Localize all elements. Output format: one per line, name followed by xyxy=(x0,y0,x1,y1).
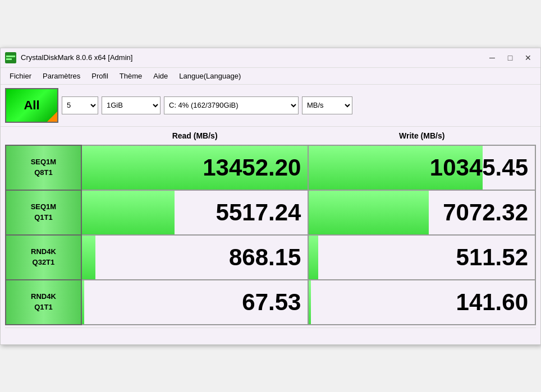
unit-select[interactable]: MB/s xyxy=(302,96,352,114)
read-value: 67.53 xyxy=(81,280,309,325)
status-bar xyxy=(5,328,536,340)
read-value: 13452.20 xyxy=(81,145,309,190)
app-icon xyxy=(5,52,16,63)
count-select[interactable]: 5 xyxy=(62,96,98,114)
title-bar: CrystalDiskMark 8.0.6 x64 [Admin] ─ □ ✕ xyxy=(1,48,540,68)
svg-rect-0 xyxy=(5,52,16,63)
read-value: 5517.24 xyxy=(81,190,309,235)
row-label: RND4KQ1T1 xyxy=(6,280,81,325)
row-label: SEQ1MQ8T1 xyxy=(6,145,81,190)
read-value: 868.15 xyxy=(81,235,309,280)
row-label: RND4KQ32T1 xyxy=(6,235,81,280)
menu-theme[interactable]: Thème xyxy=(114,70,148,82)
close-button[interactable]: ✕ xyxy=(520,52,536,64)
menu-aide[interactable]: Aide xyxy=(148,70,173,82)
svg-rect-1 xyxy=(6,56,15,57)
menu-bar: Fichier Paramètres Profil Thème Aide Lan… xyxy=(1,68,540,85)
minimize-button[interactable]: ─ xyxy=(484,52,500,64)
table-row: RND4KQ32T1 868.15 511.52 xyxy=(6,235,535,280)
write-value: 511.52 xyxy=(308,235,535,280)
col-header-write: Write (MB/s) xyxy=(308,127,535,145)
results-table: Read (MB/s) Write (MB/s) SEQ1MQ8T1 13452… xyxy=(5,127,536,325)
menu-fichier[interactable]: Fichier xyxy=(4,70,37,82)
toolbar: All 5 1GiB C: 4% (162/3790GiB) MB/s xyxy=(1,85,540,127)
col-header-label xyxy=(6,127,81,145)
window-title: CrystalDiskMark 8.0.6 x64 [Admin] xyxy=(21,53,484,62)
results-area: Read (MB/s) Write (MB/s) SEQ1MQ8T1 13452… xyxy=(1,127,540,344)
menu-profil[interactable]: Profil xyxy=(86,70,114,82)
window-controls: ─ □ ✕ xyxy=(484,52,536,64)
menu-parametres[interactable]: Paramètres xyxy=(37,70,86,82)
main-window: CrystalDiskMark 8.0.6 x64 [Admin] ─ □ ✕ … xyxy=(0,48,541,345)
write-value: 141.60 xyxy=(308,280,535,325)
maximize-button[interactable]: □ xyxy=(502,52,518,64)
write-value: 10345.45 xyxy=(308,145,535,190)
drive-select[interactable]: C: 4% (162/3790GiB) xyxy=(164,96,299,114)
col-header-read: Read (MB/s) xyxy=(81,127,309,145)
row-label: SEQ1MQ1T1 xyxy=(6,190,81,235)
size-select[interactable]: 1GiB xyxy=(102,96,161,114)
table-row: SEQ1MQ8T1 13452.20 10345.45 xyxy=(6,145,535,190)
svg-rect-2 xyxy=(6,58,12,60)
all-button[interactable]: All xyxy=(5,88,58,123)
table-row: RND4KQ1T1 67.53 141.60 xyxy=(6,280,535,325)
menu-langue[interactable]: Langue(Language) xyxy=(173,70,246,82)
write-value: 7072.32 xyxy=(308,190,535,235)
table-row: SEQ1MQ1T1 5517.24 7072.32 xyxy=(6,190,535,235)
